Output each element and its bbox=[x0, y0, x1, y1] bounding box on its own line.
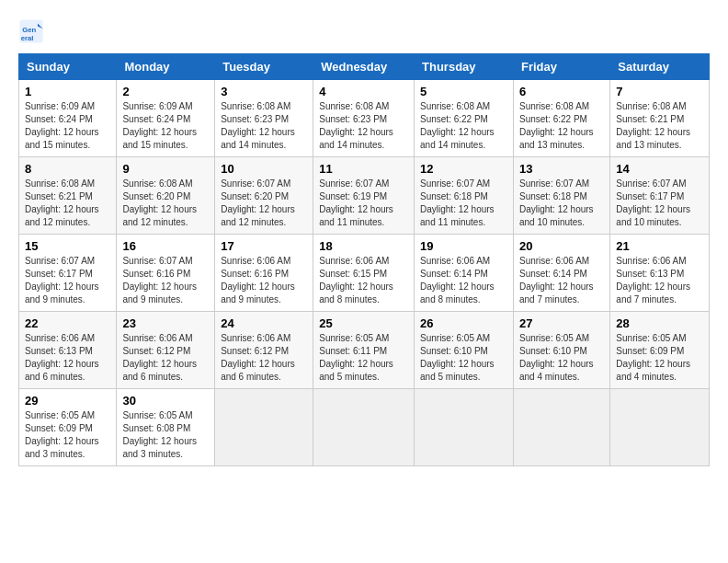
day-info: Sunrise: 6:07 AMSunset: 6:16 PMDaylight:… bbox=[122, 255, 209, 306]
day-info: Sunrise: 6:06 AMSunset: 6:14 PMDaylight:… bbox=[519, 255, 604, 306]
calendar-cell bbox=[215, 389, 313, 466]
calendar-cell: 7Sunrise: 6:08 AMSunset: 6:21 PMDaylight… bbox=[610, 80, 710, 157]
header-thursday: Thursday bbox=[415, 54, 514, 80]
calendar-cell: 1Sunrise: 6:09 AMSunset: 6:24 PMDaylight… bbox=[19, 80, 117, 157]
day-info: Sunrise: 6:07 AMSunset: 6:18 PMDaylight:… bbox=[519, 178, 604, 229]
day-number: 9 bbox=[122, 162, 209, 176]
day-number: 13 bbox=[519, 162, 604, 176]
day-info: Sunrise: 6:07 AMSunset: 6:17 PMDaylight:… bbox=[25, 255, 110, 306]
day-info: Sunrise: 6:08 AMSunset: 6:22 PMDaylight:… bbox=[420, 100, 507, 152]
day-number: 7 bbox=[616, 85, 703, 98]
calendar-cell: 19Sunrise: 6:06 AMSunset: 6:14 PMDayligh… bbox=[415, 235, 514, 312]
header-sunday: Sunday bbox=[19, 54, 117, 80]
calendar-cell: 11Sunrise: 6:07 AMSunset: 6:19 PMDayligh… bbox=[313, 157, 415, 235]
calendar-table: SundayMondayTuesdayWednesdayThursdayFrid… bbox=[18, 53, 710, 466]
day-number: 4 bbox=[319, 85, 408, 98]
header-tuesday: Tuesday bbox=[215, 54, 313, 80]
day-info: Sunrise: 6:06 AMSunset: 6:12 PMDaylight:… bbox=[122, 332, 209, 384]
svg-text:eral: eral bbox=[21, 34, 34, 42]
calendar-cell: 9Sunrise: 6:08 AMSunset: 6:20 PMDaylight… bbox=[117, 157, 215, 235]
calendar-cell: 6Sunrise: 6:08 AMSunset: 6:22 PMDaylight… bbox=[513, 80, 609, 157]
page-header: Gen eral bbox=[18, 18, 710, 44]
calendar-cell: 18Sunrise: 6:06 AMSunset: 6:15 PMDayligh… bbox=[313, 235, 415, 312]
logo-icon: Gen eral bbox=[18, 18, 44, 44]
day-number: 22 bbox=[25, 316, 110, 330]
day-number: 12 bbox=[420, 162, 507, 176]
day-number: 24 bbox=[221, 316, 307, 330]
logo: Gen eral bbox=[18, 18, 48, 44]
calendar-cell: 22Sunrise: 6:06 AMSunset: 6:13 PMDayligh… bbox=[19, 312, 117, 389]
calendar-cell: 17Sunrise: 6:06 AMSunset: 6:16 PMDayligh… bbox=[215, 235, 313, 312]
calendar-cell: 29Sunrise: 6:05 AMSunset: 6:09 PMDayligh… bbox=[19, 389, 117, 466]
day-number: 21 bbox=[616, 239, 703, 253]
calendar-cell: 4Sunrise: 6:08 AMSunset: 6:23 PMDaylight… bbox=[313, 80, 415, 157]
svg-text:Gen: Gen bbox=[22, 26, 36, 34]
calendar-cell bbox=[313, 389, 415, 466]
day-info: Sunrise: 6:09 AMSunset: 6:24 PMDaylight:… bbox=[122, 100, 209, 152]
calendar-cell: 20Sunrise: 6:06 AMSunset: 6:14 PMDayligh… bbox=[513, 235, 609, 312]
header-friday: Friday bbox=[513, 54, 609, 80]
day-info: Sunrise: 6:06 AMSunset: 6:13 PMDaylight:… bbox=[25, 332, 110, 384]
day-info: Sunrise: 6:08 AMSunset: 6:23 PMDaylight:… bbox=[319, 100, 408, 152]
calendar-cell: 26Sunrise: 6:05 AMSunset: 6:10 PMDayligh… bbox=[415, 312, 514, 389]
calendar-cell: 12Sunrise: 6:07 AMSunset: 6:18 PMDayligh… bbox=[415, 157, 514, 235]
day-info: Sunrise: 6:05 AMSunset: 6:09 PMDaylight:… bbox=[616, 332, 703, 384]
header-saturday: Saturday bbox=[610, 54, 710, 80]
day-number: 29 bbox=[25, 394, 110, 408]
calendar-cell: 3Sunrise: 6:08 AMSunset: 6:23 PMDaylight… bbox=[215, 80, 313, 157]
day-number: 1 bbox=[25, 85, 110, 98]
day-number: 16 bbox=[122, 239, 209, 253]
day-info: Sunrise: 6:08 AMSunset: 6:22 PMDaylight:… bbox=[519, 100, 604, 152]
calendar-cell: 24Sunrise: 6:06 AMSunset: 6:12 PMDayligh… bbox=[215, 312, 313, 389]
day-info: Sunrise: 6:06 AMSunset: 6:12 PMDaylight:… bbox=[221, 332, 307, 384]
day-number: 5 bbox=[420, 85, 507, 98]
calendar-week-4: 22Sunrise: 6:06 AMSunset: 6:13 PMDayligh… bbox=[19, 312, 710, 389]
day-info: Sunrise: 6:08 AMSunset: 6:21 PMDaylight:… bbox=[616, 100, 703, 152]
calendar-cell bbox=[513, 389, 609, 466]
calendar-header-row: SundayMondayTuesdayWednesdayThursdayFrid… bbox=[19, 54, 710, 80]
calendar-week-1: 1Sunrise: 6:09 AMSunset: 6:24 PMDaylight… bbox=[19, 80, 710, 157]
calendar-cell bbox=[415, 389, 514, 466]
day-number: 15 bbox=[25, 239, 110, 253]
calendar-cell bbox=[610, 389, 710, 466]
day-number: 25 bbox=[319, 316, 408, 330]
calendar-week-3: 15Sunrise: 6:07 AMSunset: 6:17 PMDayligh… bbox=[19, 235, 710, 312]
calendar-cell: 30Sunrise: 6:05 AMSunset: 6:08 PMDayligh… bbox=[117, 389, 215, 466]
calendar-cell: 14Sunrise: 6:07 AMSunset: 6:17 PMDayligh… bbox=[610, 157, 710, 235]
day-info: Sunrise: 6:08 AMSunset: 6:20 PMDaylight:… bbox=[122, 178, 209, 229]
day-number: 26 bbox=[420, 316, 507, 330]
day-number: 10 bbox=[221, 162, 307, 176]
day-info: Sunrise: 6:05 AMSunset: 6:08 PMDaylight:… bbox=[122, 409, 209, 461]
day-info: Sunrise: 6:06 AMSunset: 6:15 PMDaylight:… bbox=[319, 255, 408, 306]
day-info: Sunrise: 6:07 AMSunset: 6:20 PMDaylight:… bbox=[221, 178, 307, 229]
calendar-cell: 21Sunrise: 6:06 AMSunset: 6:13 PMDayligh… bbox=[610, 235, 710, 312]
day-info: Sunrise: 6:06 AMSunset: 6:13 PMDaylight:… bbox=[616, 255, 703, 306]
calendar-cell: 28Sunrise: 6:05 AMSunset: 6:09 PMDayligh… bbox=[610, 312, 710, 389]
calendar-week-5: 29Sunrise: 6:05 AMSunset: 6:09 PMDayligh… bbox=[19, 389, 710, 466]
calendar-cell: 15Sunrise: 6:07 AMSunset: 6:17 PMDayligh… bbox=[19, 235, 117, 312]
day-number: 11 bbox=[319, 162, 408, 176]
calendar-cell: 5Sunrise: 6:08 AMSunset: 6:22 PMDaylight… bbox=[415, 80, 514, 157]
day-number: 19 bbox=[420, 239, 507, 253]
day-number: 6 bbox=[519, 85, 604, 98]
day-number: 17 bbox=[221, 239, 307, 253]
day-info: Sunrise: 6:07 AMSunset: 6:18 PMDaylight:… bbox=[420, 178, 507, 229]
day-number: 20 bbox=[519, 239, 604, 253]
day-number: 8 bbox=[25, 162, 110, 176]
calendar-cell: 16Sunrise: 6:07 AMSunset: 6:16 PMDayligh… bbox=[117, 235, 215, 312]
day-number: 3 bbox=[221, 85, 307, 98]
day-number: 23 bbox=[122, 316, 209, 330]
calendar-cell: 13Sunrise: 6:07 AMSunset: 6:18 PMDayligh… bbox=[513, 157, 609, 235]
day-info: Sunrise: 6:06 AMSunset: 6:14 PMDaylight:… bbox=[420, 255, 507, 306]
calendar-cell: 23Sunrise: 6:06 AMSunset: 6:12 PMDayligh… bbox=[117, 312, 215, 389]
day-number: 30 bbox=[122, 394, 209, 408]
day-number: 14 bbox=[616, 162, 703, 176]
day-info: Sunrise: 6:09 AMSunset: 6:24 PMDaylight:… bbox=[25, 100, 110, 152]
day-info: Sunrise: 6:05 AMSunset: 6:11 PMDaylight:… bbox=[319, 332, 408, 384]
day-info: Sunrise: 6:08 AMSunset: 6:23 PMDaylight:… bbox=[221, 100, 307, 152]
calendar-cell: 10Sunrise: 6:07 AMSunset: 6:20 PMDayligh… bbox=[215, 157, 313, 235]
day-number: 2 bbox=[122, 85, 209, 98]
calendar-cell: 8Sunrise: 6:08 AMSunset: 6:21 PMDaylight… bbox=[19, 157, 117, 235]
day-number: 18 bbox=[319, 239, 408, 253]
day-number: 27 bbox=[519, 316, 604, 330]
